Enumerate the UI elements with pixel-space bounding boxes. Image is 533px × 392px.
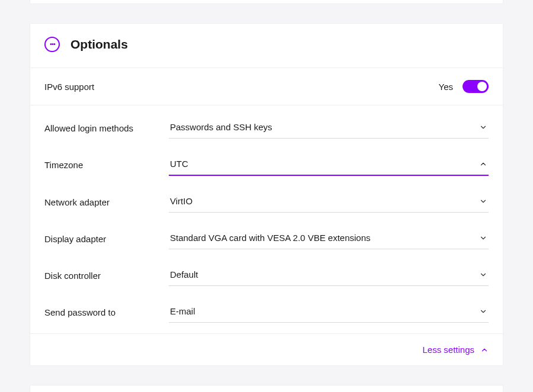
chevron-down-icon — [479, 197, 487, 205]
login-methods-row: Allowed login methodsPasswords and SSH k… — [30, 110, 503, 147]
less-settings-label: Less settings — [422, 345, 474, 355]
network-adapter-label: Network adapter — [44, 197, 169, 207]
chevron-up-icon — [479, 160, 487, 168]
disk-controller-label: Disk controller — [44, 271, 169, 281]
login-methods-label: Allowed login methods — [44, 123, 169, 133]
display-adapter-value: Standard VGA card with VESA 2.0 VBE exte… — [170, 233, 371, 243]
network-adapter-row: Network adapterVirtIO — [30, 184, 503, 221]
timezone-value: UTC — [170, 159, 188, 169]
chevron-down-icon — [479, 234, 487, 242]
ipv6-label: IPv6 support — [44, 82, 94, 92]
ipv6-support-row: IPv6 support Yes — [30, 68, 503, 105]
section-header: ... Optionals — [30, 24, 503, 68]
ipv6-toggle[interactable] — [463, 80, 489, 93]
timezone-label: Timezone — [44, 160, 169, 170]
display-adapter-select[interactable]: Standard VGA card with VESA 2.0 VBE exte… — [169, 228, 489, 249]
toggle-knob — [477, 82, 487, 91]
display-adapter-row: Display adapterStandard VGA card with VE… — [30, 221, 503, 258]
login-methods-value: Passwords and SSH keys — [170, 122, 272, 132]
field-rows: Allowed login methodsPasswords and SSH k… — [30, 105, 503, 333]
disk-controller-select[interactable]: Default — [169, 265, 489, 286]
chevron-down-icon — [479, 271, 487, 279]
less-settings-button[interactable]: Less settings — [30, 333, 503, 365]
ellipsis-circle-icon: ... — [44, 37, 60, 52]
send-password-to-select[interactable]: E-mail — [169, 301, 489, 323]
disk-controller-value: Default — [170, 269, 198, 279]
send-password-to-label: Send password to — [44, 307, 169, 317]
send-password-to-value: E-mail — [170, 306, 195, 316]
login-methods-select[interactable]: Passwords and SSH keys — [169, 117, 489, 139]
chevron-down-icon — [479, 307, 487, 316]
disk-controller-row: Disk controllerDefault — [30, 258, 503, 294]
chevron-up-icon — [480, 346, 489, 354]
send-password-to-row: Send password toE-mail — [30, 294, 503, 331]
optionals-card: ... Optionals IPv6 support Yes Allowed l… — [30, 23, 503, 366]
previous-card-stub — [30, 0, 503, 4]
section-title: Optionals — [70, 37, 128, 52]
chevron-down-icon — [479, 123, 487, 131]
network-adapter-select[interactable]: VirtIO — [169, 191, 489, 213]
timezone-row: TimezoneUTC — [30, 147, 503, 184]
ipv6-state-label: Yes — [439, 82, 453, 92]
display-adapter-label: Display adapter — [44, 234, 169, 244]
network-adapter-value: VirtIO — [170, 196, 192, 206]
timezone-select[interactable]: UTC — [169, 154, 489, 176]
next-card-stub — [30, 385, 503, 392]
